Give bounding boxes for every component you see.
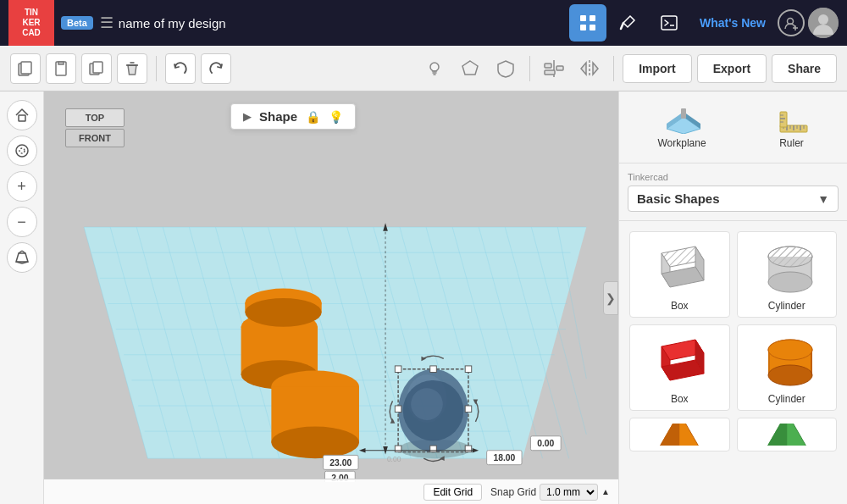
shape-item-box-red[interactable]: Box xyxy=(629,324,730,411)
svg-rect-121 xyxy=(681,108,686,119)
svg-point-144 xyxy=(768,272,812,292)
shape-label-box-red: Box xyxy=(671,393,689,405)
shield-tool-btn[interactable] xyxy=(490,53,521,84)
light-bulb-icon[interactable]: 💡 xyxy=(329,110,343,124)
zoom-out-btn[interactable]: − xyxy=(7,207,37,237)
shape-panel: ▶ Shape 🔒 💡 xyxy=(230,103,356,130)
edit-grid-btn[interactable]: Edit Grid xyxy=(424,484,482,501)
ruler-label: Ruler xyxy=(779,137,804,149)
box-red-preview xyxy=(645,330,713,390)
orientation-cube[interactable]: TOP FRONT xyxy=(61,108,129,172)
toolbar-divider-3 xyxy=(613,56,614,81)
tinkercad-logo[interactable]: TIN KER CAD xyxy=(8,0,54,46)
align-tool-btn[interactable] xyxy=(539,53,569,84)
pyramid-1-preview xyxy=(645,424,713,446)
toolbar: Import Export Share xyxy=(0,46,847,91)
ruler-tool-btn[interactable]: Ruler xyxy=(765,100,819,154)
library-selector: Tinkercad Basic Shapes ▼ xyxy=(619,163,847,221)
svg-rect-85 xyxy=(395,406,401,413)
share-btn[interactable]: Share xyxy=(772,54,837,83)
svg-marker-26 xyxy=(593,63,598,75)
svg-text:0.00: 0.00 xyxy=(387,455,401,463)
toolbar-divider-1 xyxy=(156,56,157,81)
polygon-tool-btn[interactable] xyxy=(455,53,485,84)
code-btn[interactable] xyxy=(650,4,688,42)
dropdown-arrow-icon: ▼ xyxy=(817,192,829,206)
zoom-fit-btn[interactable] xyxy=(7,136,37,166)
main-area: + − xyxy=(0,91,847,504)
panel-tools: Workplane xyxy=(619,91,847,163)
copy-style-btn[interactable] xyxy=(10,53,41,84)
svg-rect-16 xyxy=(93,62,102,73)
svg-rect-5 xyxy=(662,16,677,30)
add-user-btn[interactable] xyxy=(778,9,805,36)
redo-btn[interactable] xyxy=(201,53,231,84)
svg-point-88 xyxy=(411,388,443,420)
svg-point-29 xyxy=(19,148,25,153)
svg-rect-84 xyxy=(465,446,472,452)
status-bar: Edit Grid Snap Grid 1.0 mm 0.5 mm 0.1 mm… xyxy=(44,479,618,504)
toolbar-divider-2 xyxy=(529,56,530,81)
svg-rect-86 xyxy=(465,406,472,413)
shape-label-cylinder-orange: Cylinder xyxy=(768,393,805,405)
shape-label-cylinder-gray: Cylinder xyxy=(768,300,805,312)
paste-style-btn[interactable] xyxy=(46,53,76,84)
undo-btn[interactable] xyxy=(165,53,196,84)
shape-label-box-gray: Box xyxy=(671,300,689,312)
home-view-btn[interactable] xyxy=(7,100,37,130)
library-name: Basic Shapes xyxy=(637,191,720,206)
zoom-in-btn[interactable]: + xyxy=(7,171,37,202)
shape-item-pyramid-1[interactable] xyxy=(629,418,730,451)
svg-rect-83 xyxy=(430,446,437,452)
minus-icon: − xyxy=(17,214,26,230)
beta-badge: Beta xyxy=(61,16,93,30)
mirror-tool-btn[interactable] xyxy=(574,53,605,84)
svg-point-154 xyxy=(768,365,812,385)
svg-rect-81 xyxy=(465,366,472,373)
svg-marker-118 xyxy=(667,117,700,134)
shape-item-pyramid-2[interactable] xyxy=(737,418,838,451)
perspective-btn[interactable] xyxy=(7,242,37,273)
shape-item-cylinder-orange[interactable]: Cylinder xyxy=(737,324,838,411)
lock-icon[interactable]: 🔒 xyxy=(306,110,320,124)
svg-marker-19 xyxy=(462,61,478,75)
viewport[interactable]: 23.00 2.00 18.00 0.00 ✕ Workplane 0.00 xyxy=(44,91,618,504)
svg-rect-3 xyxy=(590,25,595,30)
hammer-btn[interactable] xyxy=(610,4,647,42)
topbar: TIN KER CAD Beta ☰ name of my design xyxy=(0,0,847,46)
front-view-btn[interactable]: FRONT xyxy=(65,129,125,147)
svg-rect-13 xyxy=(21,62,31,74)
shape-item-cylinder-gray[interactable]: Cylinder xyxy=(737,231,838,318)
design-name[interactable]: name of my design xyxy=(119,16,226,30)
duplicate-btn[interactable] xyxy=(81,53,112,84)
svg-text:23.00: 23.00 xyxy=(329,458,352,468)
shape-panel-expand[interactable]: ▶ xyxy=(243,111,251,123)
svg-rect-0 xyxy=(580,15,586,21)
svg-point-145 xyxy=(768,246,812,267)
workplane-tool-btn[interactable]: Workplane xyxy=(647,100,716,154)
user-area[interactable] xyxy=(778,8,839,38)
import-btn[interactable]: Import xyxy=(623,54,692,83)
whats-new-button[interactable]: What's New xyxy=(691,11,774,35)
shape-item-box-gray[interactable]: Box xyxy=(629,231,730,318)
panel-collapse-handle[interactable]: ❯ xyxy=(603,281,618,315)
shapes-grid: Box xyxy=(619,221,847,462)
user-avatar[interactable] xyxy=(808,8,839,38)
svg-point-155 xyxy=(768,340,812,360)
workplane-icon xyxy=(665,105,699,134)
svg-line-4 xyxy=(621,23,623,29)
bulb-tool-btn[interactable] xyxy=(419,53,450,84)
svg-rect-21 xyxy=(545,64,551,68)
svg-marker-25 xyxy=(581,63,586,75)
svg-point-74 xyxy=(245,298,321,327)
svg-text:18.00: 18.00 xyxy=(493,453,515,462)
delete-btn[interactable] xyxy=(117,53,147,84)
top-view-btn[interactable]: TOP xyxy=(65,108,125,127)
snap-select[interactable]: 1.0 mm 0.5 mm 0.1 mm 2.0 mm xyxy=(540,484,598,501)
svg-rect-22 xyxy=(545,70,555,75)
svg-point-28 xyxy=(16,145,28,157)
export-btn[interactable]: Export xyxy=(697,54,767,83)
grid-view-btn[interactable] xyxy=(569,4,606,42)
svg-marker-157 xyxy=(656,424,679,446)
library-dropdown[interactable]: Basic Shapes ▼ xyxy=(628,186,839,212)
